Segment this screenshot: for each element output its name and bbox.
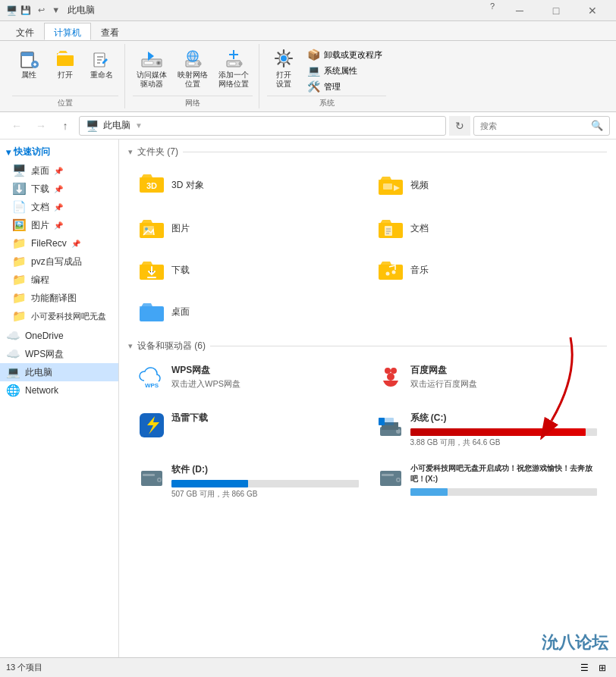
folders-collapse-icon[interactable]: ▾ xyxy=(128,147,133,157)
ribbon-btn-add-network[interactable]: 添加一个网络位置 xyxy=(215,44,253,91)
device-c[interactable]: 系统 (C:) 3.88 GB 可用，共 64.6 GB xyxy=(370,406,605,453)
quick-access-label: 快速访问 xyxy=(14,146,50,158)
ribbon-group-network: 访问媒体驱动器 映射网络位置 添加一个网络位置 网络 xyxy=(127,44,259,108)
ribbon-btn-rename[interactable]: 重命名 xyxy=(85,44,118,82)
folder-desktop[interactable]: 桌面 xyxy=(131,293,366,331)
folder-video[interactable]: 视频 xyxy=(370,165,605,205)
docs-icon: 📄 xyxy=(12,200,27,214)
sidebar-item-download[interactable]: ⬇️ 下载 📌 xyxy=(0,180,118,198)
help-btn[interactable]: ? xyxy=(484,0,501,21)
device-baidu-info: 百度网盘 双击运行百度网盘 xyxy=(410,364,598,390)
download-icon: ⬇️ xyxy=(12,182,27,196)
sidebar-item-programming[interactable]: 📁 编程 xyxy=(0,271,118,289)
svg-rect-44 xyxy=(379,418,385,425)
list-view-btn[interactable]: ☰ xyxy=(577,660,592,675)
quick-access-header[interactable]: ▾ 快速访问 xyxy=(0,143,118,161)
folder-3d[interactable]: 3D 3D 对象 xyxy=(131,165,366,205)
back-button[interactable]: ← xyxy=(6,116,27,136)
uninstall-icon: 📦 xyxy=(307,49,321,61)
ribbon-btn-settings[interactable]: 打开设置 xyxy=(267,44,300,91)
minimize-button[interactable]: ─ xyxy=(502,0,537,21)
folder-download[interactable]: 下载 xyxy=(131,252,366,289)
d-progress-bar xyxy=(171,480,359,487)
ribbon-group-system-content: 打开设置 📦 卸载或更改程序 💻 系统属性 🛠️ 管理 xyxy=(267,44,386,94)
netbar-icon: 📁 xyxy=(12,309,27,323)
sidebar-item-thispc[interactable]: 💻 此电脑 xyxy=(0,363,118,381)
forward-button[interactable]: → xyxy=(30,116,52,136)
x-progress-bar xyxy=(410,488,598,496)
translate-icon: 📁 xyxy=(12,291,27,305)
search-box[interactable]: 🔍 xyxy=(473,116,610,136)
ribbon-tabs: 文件 计算机 查看 xyxy=(0,21,616,41)
svg-point-10 xyxy=(198,62,202,66)
folder-video-icon xyxy=(377,172,404,199)
ribbon-item-sysprops[interactable]: 💻 系统属性 xyxy=(303,63,386,78)
tab-view[interactable]: 查看 xyxy=(91,23,129,40)
svg-rect-11 xyxy=(188,62,195,65)
device-wps[interactable]: WPS WPS网盘 双击进入WPS网盘 xyxy=(131,359,366,402)
main-layout: ▾ 快速访问 🖥️ 桌面 📌 ⬇️ 下载 📌 📄 文档 📌 🖼️ 图片 xyxy=(0,139,616,672)
sidebar-item-filerecv[interactable]: 📁 FileRecv 📌 xyxy=(0,234,118,252)
folder-music-icon xyxy=(377,257,404,284)
sidebar-item-wps[interactable]: ☁️ WPS网盘 xyxy=(0,345,118,363)
title-bar-controls: ? ─ □ ✕ xyxy=(484,0,610,21)
folder-music[interactable]: 音乐 xyxy=(370,252,605,289)
svg-point-7 xyxy=(158,62,160,64)
map-network-icon xyxy=(181,46,205,71)
maximize-button[interactable]: □ xyxy=(539,0,574,21)
sidebar-item-docs[interactable]: 📄 文档 📌 xyxy=(0,198,118,216)
ribbon-group-location: 属性 打开 重命名 位置 xyxy=(6,44,125,108)
ribbon-item-manage[interactable]: 🛠️ 管理 xyxy=(303,79,386,94)
sidebar-item-translate[interactable]: 📁 功能翻译图 xyxy=(0,289,118,307)
network-group-label: 网络 xyxy=(133,96,253,108)
ribbon-btn-media-drive[interactable]: 访问媒体驱动器 xyxy=(133,44,171,91)
sidebar-item-netbar[interactable]: 📁 小可爱科技网吧无盘 xyxy=(0,307,118,325)
search-input[interactable] xyxy=(480,121,591,130)
ribbon-stacked-system: 📦 卸载或更改程序 💻 系统属性 🛠️ 管理 xyxy=(303,47,386,94)
folder-image[interactable]: 图片 xyxy=(131,210,366,247)
ribbon: 文件 计算机 查看 属性 打开 xyxy=(0,21,616,112)
svg-point-36 xyxy=(385,368,391,374)
close-button[interactable]: ✕ xyxy=(575,0,610,21)
ribbon-group-system: 打开设置 📦 卸载或更改程序 💻 系统属性 🛠️ 管理 xyxy=(261,44,392,108)
device-xunlei[interactable]: 迅雷下载 xyxy=(131,406,366,453)
window-icon: 🖥️ xyxy=(6,5,17,16)
grid-view-btn[interactable]: ⊞ xyxy=(595,660,610,675)
sidebar-item-onedrive[interactable]: ☁️ OneDrive xyxy=(0,327,118,345)
tab-file[interactable]: 文件 xyxy=(6,23,44,40)
up-button[interactable]: ↑ xyxy=(55,116,76,136)
sidebar-item-pics[interactable]: 🖼️ 图片 📌 xyxy=(0,216,118,234)
sidebar-item-pvz[interactable]: 📁 pvz自写成品 xyxy=(0,252,118,271)
title-bar-left: 🖥️ 💾 ↩ ▼ 此电脑 xyxy=(6,4,95,17)
c-progress-fill xyxy=(410,428,586,436)
device-d[interactable]: 软件 (D:) 507 GB 可用，共 866 GB xyxy=(131,458,366,505)
svg-point-15 xyxy=(281,55,287,61)
sidebar-item-desktop[interactable]: 🖥️ 桌面 📌 xyxy=(0,161,118,180)
devices-collapse-icon[interactable]: ▾ xyxy=(128,341,133,351)
devices-section-line xyxy=(210,346,607,346)
device-x[interactable]: 小可爱科技网吧无盘开启成功！祝您游戏愉快！去奔放吧！(X:) xyxy=(370,458,605,505)
folders-section-title: 文件夹 (7) xyxy=(137,146,178,158)
hdd-x-icon xyxy=(377,463,404,493)
media-drive-label: 访问媒体驱动器 xyxy=(137,71,167,89)
xunlei-device-icon xyxy=(138,412,165,441)
search-icon: 🔍 xyxy=(591,120,603,131)
thispc-icon: 💻 xyxy=(6,365,20,379)
svg-text:3D: 3D xyxy=(146,181,157,190)
sidebar-item-network[interactable]: 🌐 Network xyxy=(0,381,118,400)
device-baidu[interactable]: 百度网盘 双击运行百度网盘 xyxy=(370,359,605,402)
quick-access-section: ▾ 快速访问 🖥️ 桌面 📌 ⬇️ 下载 📌 📄 文档 📌 🖼️ 图片 xyxy=(0,143,118,325)
refresh-button[interactable]: ↻ xyxy=(449,116,470,136)
map-network-label: 映射网络位置 xyxy=(178,71,208,89)
ribbon-btn-open[interactable]: 打开 xyxy=(49,44,82,82)
ribbon-item-uninstall[interactable]: 📦 卸载或更改程序 xyxy=(303,47,386,62)
address-path[interactable]: 🖥️ 此电脑 ▼ xyxy=(79,116,446,136)
ribbon-btn-map-network[interactable]: 映射网络位置 xyxy=(174,44,212,91)
device-c-info: 系统 (C:) 3.88 GB 可用，共 64.6 GB xyxy=(410,412,598,448)
rename-label: 重命名 xyxy=(90,71,113,80)
ribbon-btn-properties[interactable]: 属性 xyxy=(12,44,46,82)
watermark: 沇八论坛 xyxy=(542,632,608,654)
tab-computer[interactable]: 计算机 xyxy=(44,23,91,40)
add-network-label: 添加一个网络位置 xyxy=(218,71,249,89)
folder-doc[interactable]: 文档 xyxy=(370,210,605,247)
